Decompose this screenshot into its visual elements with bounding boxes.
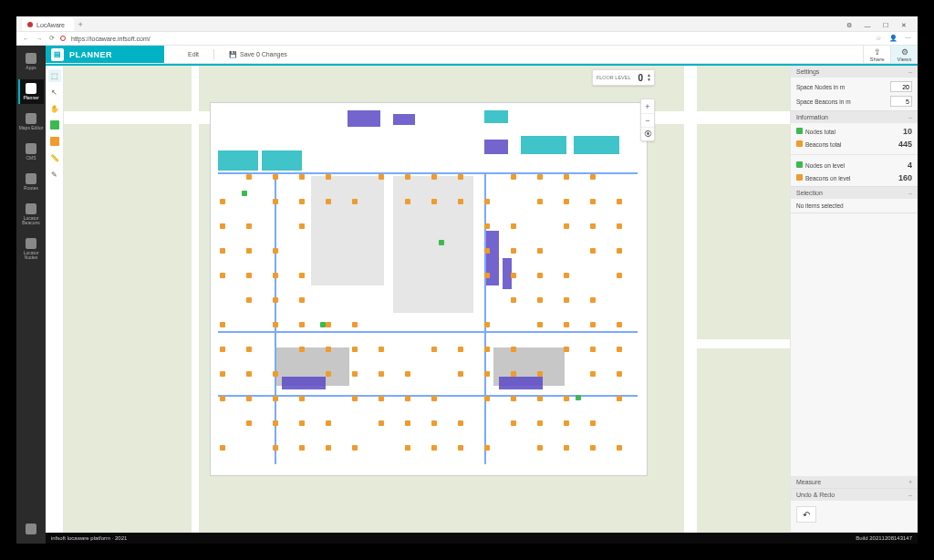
beacon-orange[interactable] — [511, 396, 516, 401]
beacon-orange[interactable] — [273, 248, 278, 254]
beacon-orange[interactable] — [617, 248, 622, 254]
beacon-orange[interactable] — [220, 199, 225, 204]
nav-forward-icon[interactable]: → — [35, 34, 44, 43]
beacon-orange[interactable] — [431, 445, 437, 451]
beacon-orange[interactable] — [352, 347, 358, 352]
beacon-orange[interactable] — [564, 174, 569, 180]
beacon-orange[interactable] — [299, 420, 305, 426]
beacon-orange[interactable] — [617, 371, 622, 377]
beacon-orange[interactable] — [299, 273, 305, 278]
beacon-orange[interactable] — [564, 297, 569, 303]
zoom-in-button[interactable]: + — [641, 99, 654, 113]
beacon-orange[interactable] — [537, 174, 543, 180]
panel-information-header[interactable]: Information – — [791, 111, 918, 123]
beacon-orange[interactable] — [220, 223, 225, 229]
panel-measure-header[interactable]: Measure + — [791, 476, 918, 488]
panel-undoredo-header[interactable]: Undo & Redo – — [791, 489, 918, 501]
beacon-orange[interactable] — [511, 347, 516, 352]
beacon-orange[interactable] — [484, 199, 490, 204]
rail-item-planner[interactable]: Planner — [18, 79, 44, 104]
beacon-orange[interactable] — [431, 174, 437, 180]
panel-settings-header[interactable]: Settings – — [791, 66, 918, 78]
select-tool[interactable]: ⬚ — [48, 69, 61, 82]
beacon-orange[interactable] — [564, 199, 569, 204]
beacon-orange[interactable] — [590, 248, 596, 254]
beacon-orange[interactable] — [458, 420, 463, 426]
beacon-orange[interactable] — [326, 445, 331, 451]
beacon-orange[interactable] — [273, 445, 278, 451]
beacon-orange[interactable] — [220, 248, 225, 254]
beacon-orange[interactable] — [273, 322, 278, 327]
beacon-orange[interactable] — [590, 420, 596, 426]
beacon-orange[interactable] — [220, 322, 225, 327]
zoom-locate-button[interactable]: ⦿ — [641, 127, 654, 140]
beacon-orange[interactable] — [246, 248, 252, 254]
beacon-orange[interactable] — [246, 347, 252, 352]
beacon-orange[interactable] — [379, 396, 384, 401]
menu-icon[interactable]: ⋯ — [903, 34, 912, 43]
beacon-orange[interactable] — [220, 371, 225, 377]
hand-tool[interactable]: ✋ — [48, 102, 61, 115]
window-close-button[interactable]: ✕ — [896, 20, 912, 31]
floor-level-control[interactable]: FLOOR LEVEL 0 ▲ ▼ — [592, 69, 655, 86]
beacon-orange[interactable] — [537, 297, 543, 303]
rail-item-collapse[interactable] — [18, 520, 44, 538]
beacon-orange[interactable] — [458, 199, 463, 204]
beacon-orange[interactable] — [537, 322, 543, 327]
beacon-orange[interactable] — [484, 445, 490, 451]
draw-tool[interactable]: ✎ — [48, 168, 61, 181]
beacon-orange[interactable] — [590, 297, 596, 303]
beacon-orange[interactable] — [617, 273, 622, 278]
beacon-orange[interactable] — [590, 322, 596, 327]
beacon-orange[interactable] — [617, 223, 622, 229]
beacon-orange[interactable] — [537, 273, 543, 278]
window-maximize-button[interactable]: ☐ — [877, 20, 894, 31]
beacon-orange[interactable] — [246, 223, 252, 229]
beacon-orange[interactable] — [405, 420, 410, 426]
beacon-orange[interactable] — [246, 174, 252, 180]
beacon-orange[interactable] — [431, 396, 437, 401]
beacon-orange[interactable] — [537, 445, 543, 451]
node-green[interactable] — [242, 191, 247, 196]
browser-tab[interactable]: LocAware — [22, 18, 74, 31]
floorplan[interactable]: placeholder for beacons — generated belo… — [210, 102, 648, 476]
measure-tool[interactable]: 📏 — [48, 151, 61, 164]
beacon-orange[interactable] — [564, 273, 569, 278]
beacon-orange[interactable] — [564, 223, 569, 229]
beacon-orange[interactable] — [484, 371, 490, 377]
share-button[interactable]: ⇪ Share — [863, 46, 890, 63]
beacon-orange[interactable] — [617, 347, 622, 352]
beacon-orange[interactable] — [564, 396, 569, 401]
beacon-orange[interactable] — [484, 273, 490, 278]
panel-selection-header[interactable]: Selection – — [791, 187, 918, 199]
rail-item-maps-editor[interactable]: Maps Editor — [18, 109, 44, 134]
beacon-orange[interactable] — [273, 371, 278, 377]
views-button[interactable]: ⚙ Views — [890, 46, 918, 63]
beacon-orange[interactable] — [352, 322, 358, 327]
beacon-orange[interactable] — [537, 420, 543, 426]
beacon-tool[interactable] — [48, 135, 61, 148]
beacon-orange[interactable] — [246, 371, 252, 377]
beacon-orange[interactable] — [617, 199, 622, 204]
beacon-orange[interactable] — [273, 174, 278, 180]
beacon-orange[interactable] — [326, 371, 331, 377]
new-tab-button[interactable]: + — [74, 18, 87, 31]
pointer-tool[interactable]: ↖ — [48, 86, 61, 99]
beacon-orange[interactable] — [537, 396, 543, 401]
beacon-orange[interactable] — [431, 199, 437, 204]
beacon-orange[interactable] — [617, 445, 622, 451]
beacon-orange[interactable] — [511, 174, 516, 180]
beacon-orange[interactable] — [273, 396, 278, 401]
account-icon[interactable]: 👤 — [888, 34, 898, 43]
space-nodes-input[interactable] — [890, 81, 912, 92]
beacon-orange[interactable] — [299, 396, 305, 401]
beacon-orange[interactable] — [405, 199, 410, 204]
beacon-orange[interactable] — [564, 322, 569, 327]
beacon-orange[interactable] — [511, 297, 516, 303]
beacon-orange[interactable] — [590, 199, 596, 204]
beacon-orange[interactable] — [246, 420, 252, 426]
window-minimize-button[interactable]: — — [859, 20, 876, 31]
rail-item-routes[interactable]: Routes — [18, 170, 44, 194]
node-green[interactable] — [576, 395, 581, 400]
beacon-orange[interactable] — [590, 223, 596, 229]
